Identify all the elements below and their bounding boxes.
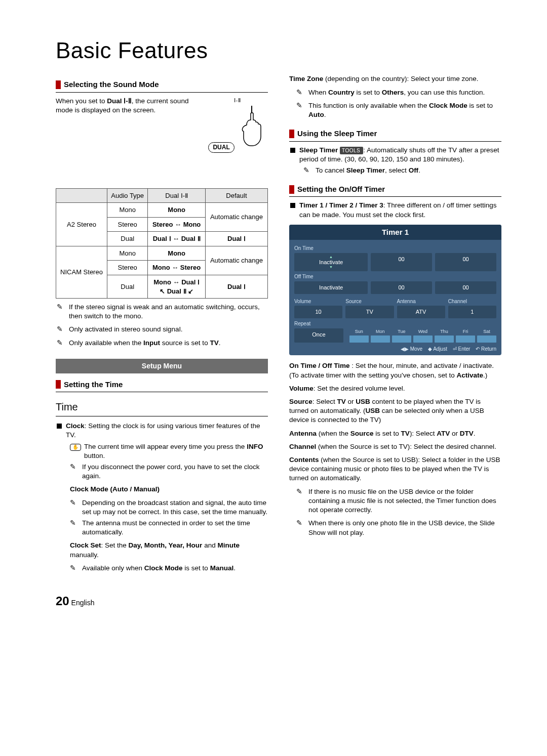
note-icon: ✎ (57, 325, 66, 334)
text: This function is only available when the (308, 102, 429, 109)
text-bold: Source (289, 398, 312, 405)
p-channel: Channel (when the Source is set to TV): … (289, 442, 501, 451)
page-title: Basic Features (56, 35, 501, 65)
bullet-clock: Clock: Setting the clock is for using va… (57, 422, 268, 440)
text-bold: Sleep Timer (346, 166, 385, 174)
tools-badge-icon: TOOLS (340, 147, 363, 155)
note: ✎If you disconnect the power cord, you h… (70, 463, 268, 481)
section-setting-time: Setting the Time (56, 380, 268, 392)
square-bullet-icon (57, 424, 62, 429)
osd-inactivate: Inactivate (294, 253, 368, 272)
clock-mode-label: Clock Mode (Auto / Manual) (70, 485, 268, 494)
osd-label: Antenna (397, 298, 445, 305)
text-bold: TV (210, 339, 218, 347)
cell: Mono ↔ Stereo (148, 261, 206, 275)
note: ✎Depending on the broadcast station and … (70, 498, 268, 517)
text: , you can use this function. (404, 89, 485, 96)
text-bold: USB (356, 398, 370, 405)
th-blank (56, 188, 107, 203)
note-icon: ✎ (70, 463, 79, 481)
cell: Stereo (107, 217, 148, 232)
p-source: Source: Select TV or USB content to be p… (289, 397, 501, 425)
note: ✎If there is no music file on the USB de… (296, 487, 501, 515)
text-bold: Channel (289, 443, 316, 450)
text: and (202, 541, 217, 549)
section-marker-icon (289, 130, 294, 138)
cell-bold: Dual Ⅰ ↔ Dual Ⅱ (153, 235, 201, 242)
cell: Mono (107, 246, 148, 261)
osd-channel: 1 (448, 306, 496, 318)
text-bold: Clock Set (70, 541, 101, 549)
day-label: Tue (398, 329, 405, 334)
text: Timer 1 / Timer 2 / Timer 3: Three diffe… (299, 201, 501, 219)
setup-menu-band: Setup Menu (56, 359, 268, 373)
note: ✎This function is only available when th… (296, 101, 501, 119)
section-onoff-timer: Setting the On/Off Timer (289, 184, 501, 197)
osd-body: On Time Inactivate 00 00 Off Time Inacti… (289, 240, 501, 344)
text-bold: Volume (289, 385, 314, 392)
osd-footer: ◀▶ Move ◆ Adjust ⏎ Enter ↶ Return (289, 344, 501, 354)
th-audio-type: Audio Type (107, 188, 148, 203)
sound-intro: When you set to Dual Ⅰ-Ⅱ, the current so… (56, 97, 201, 115)
osd-repeat-value: Once (294, 328, 343, 343)
osd-day: Fri (456, 328, 475, 343)
osd-label: Repeat (294, 320, 496, 327)
note-icon: ✎ (296, 519, 305, 537)
timer-osd: Timer 1 On Time Inactivate 00 00 Off Tim… (289, 225, 501, 355)
text-bold: Timer 1 / Timer 2 / Timer 3 (299, 201, 383, 209)
text-bold: USB (366, 407, 380, 414)
cell-bold: Stereo ↔ Mono (152, 221, 201, 228)
bullet-onoff: Timer 1 / Timer 2 / Timer 3: Three diffe… (290, 201, 501, 219)
text-bold: Day, Month, Year, Hour (129, 541, 203, 549)
text: To cancel (316, 166, 346, 174)
section-title: Setting the Time (64, 380, 123, 390)
time-zone: Time Zone (depending on the country): Se… (289, 74, 501, 83)
p-onoff: On Time / Off Time : Set the hour, minut… (289, 361, 501, 380)
text-bold: On Time / Off Time (289, 362, 350, 369)
note: ✎If the stereo signal is weak and an aut… (57, 303, 268, 321)
cell: Dual Ⅰ (205, 232, 267, 246)
note-icon: ✎ (70, 519, 79, 537)
cell: Dual (107, 232, 148, 246)
text-bold: Clock Mode (144, 564, 183, 572)
cell: Mono (148, 203, 206, 218)
note: ✎The antenna must be connected in order … (70, 519, 268, 537)
osd-title: Timer 1 (289, 225, 501, 240)
cell: Dual Ⅰ (205, 275, 267, 298)
text-bold: Source (350, 430, 374, 437)
text-bold: ATV (437, 430, 450, 437)
note-icon: ✎ (57, 303, 66, 321)
text-bold: Minute (217, 541, 240, 549)
osd-row-repeat: Once Sun Mon Tue Wed Thu Fri Sat (294, 328, 496, 343)
osd-antenna: ATV (397, 306, 445, 318)
section-marker-icon (56, 380, 61, 389)
note-text: If you disconnect the power cord, you ha… (82, 463, 268, 481)
button-caption-top: Ⅰ-Ⅱ (207, 97, 268, 104)
text: The current time will appear every time … (84, 443, 247, 450)
foot-enter: ⏎ Enter (453, 346, 471, 352)
text: : Set the (101, 541, 129, 549)
text-bold: DTV (460, 430, 474, 437)
text-bold: Dual Ⅰ-Ⅱ (107, 97, 132, 105)
osd-day: Sat (477, 328, 496, 343)
left-column: Selecting the Sound Mode When you set to… (56, 74, 268, 573)
note-text: If there is no music file on the USB dev… (308, 487, 501, 515)
day-box-icon (392, 335, 411, 343)
section-sleep-timer: Using the Sleep Timer (289, 129, 501, 141)
osd-source: TV (345, 306, 394, 318)
cell-bold: Mono (168, 249, 185, 257)
osd-volume: 10 (294, 306, 342, 318)
text: ): Select (410, 430, 437, 437)
day-box-icon (349, 335, 369, 343)
section-title: Setting the On/Off Timer (297, 184, 385, 194)
content-columns: Selecting the Sound Mode When you set to… (56, 74, 501, 573)
day-box-icon (477, 335, 496, 343)
day-box-icon (435, 335, 454, 343)
row-group-a2: A2 Stereo (56, 203, 107, 246)
text: (when the Source is set to USB): Select … (289, 456, 500, 482)
day-box-icon (371, 335, 390, 343)
text: When you set to (56, 97, 107, 105)
p-volume: Volume: Set the desired volume level. (289, 384, 501, 393)
note-text: The current time will appear every time … (84, 442, 268, 460)
note-text: Only activated in stereo sound signal. (69, 325, 268, 334)
